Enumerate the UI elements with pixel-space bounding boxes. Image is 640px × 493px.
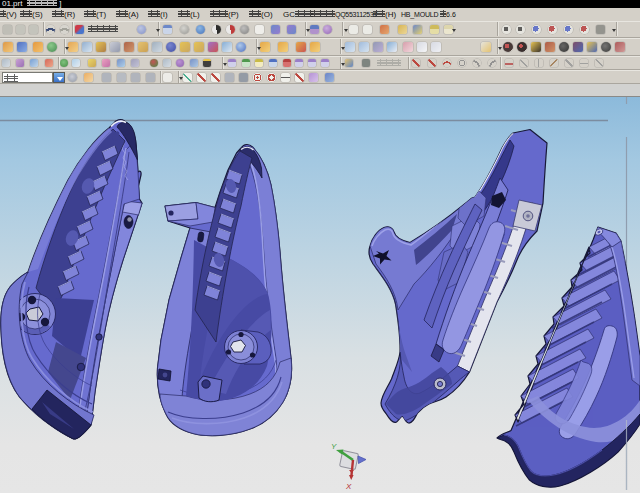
svg-text:X: X (345, 482, 352, 491)
svg-text:Y: Y (331, 442, 337, 451)
